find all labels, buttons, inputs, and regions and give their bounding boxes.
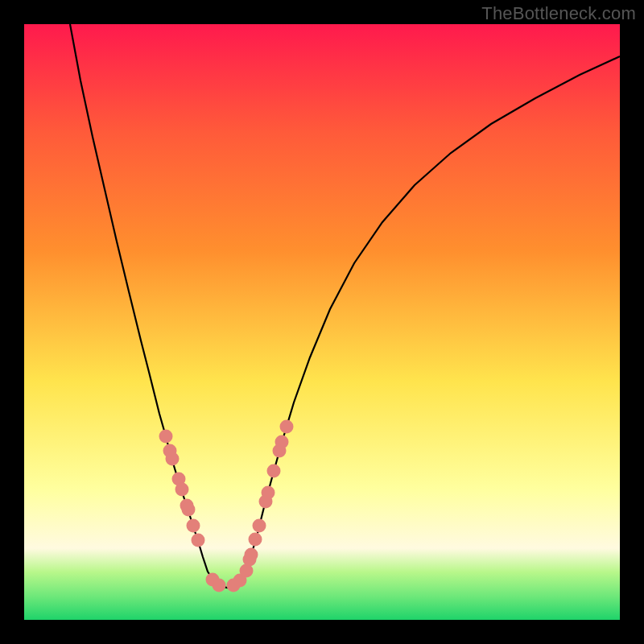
chart-svg <box>24 24 620 620</box>
data-marker <box>159 430 173 444</box>
data-marker <box>245 548 258 562</box>
data-marker <box>249 533 262 547</box>
data-marker <box>253 519 266 533</box>
data-marker <box>175 483 189 497</box>
gradient-background <box>24 24 620 620</box>
data-marker <box>213 579 226 592</box>
data-marker <box>267 464 281 478</box>
data-marker <box>192 534 205 547</box>
data-marker <box>166 452 180 466</box>
watermark-text: TheBottleneck.com <box>481 3 636 24</box>
chart-frame: TheBottleneck.com <box>0 0 644 644</box>
data-marker <box>280 420 294 434</box>
data-marker <box>182 503 196 517</box>
data-marker <box>187 519 200 533</box>
data-marker <box>262 486 275 500</box>
plot-area <box>24 24 620 620</box>
data-marker <box>275 436 289 449</box>
